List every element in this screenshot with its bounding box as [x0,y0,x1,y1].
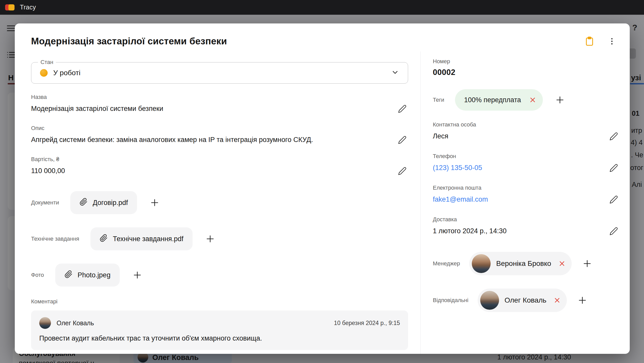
responsible-avatar [480,291,499,310]
number-field: Номер 00002 [433,58,620,77]
remove-manager-icon[interactable] [557,258,567,269]
edit-description-pencil-icon[interactable] [396,134,408,146]
paperclip-icon [79,198,88,208]
deal-detail-modal: Модернізація застарілої системи безпеки … [15,23,630,354]
comments-label: Коментарі [31,298,408,305]
contact-field: Контактна особа Леся [433,121,620,142]
photo-row: Фото Photo.jpeg [31,264,408,287]
contact-value: Леся [433,132,608,141]
comment-text: Провести аудит кабельних трас та уточнит… [39,334,400,342]
add-photo-button[interactable] [131,269,144,281]
add-tech-task-button[interactable] [204,232,217,245]
tag-text: 100% передплата [464,96,521,104]
name-label: Назва [31,94,408,100]
app-name: Tracy [20,4,36,11]
status-value: У роботі [53,69,81,77]
add-tag-button[interactable] [554,94,566,106]
description-value: Апгрейд системи безпеки: заміна аналогов… [31,136,396,144]
email-link[interactable]: fake1@email.com [433,195,523,204]
contact-label: Контактна особа [433,121,620,128]
remove-responsible-icon[interactable] [552,295,562,305]
cost-value: 110 000,00 [31,167,396,175]
name-field: Назва Модернізація застарілої системи бе… [31,94,408,115]
remove-tag-icon[interactable] [528,95,538,105]
manager-row: Менеджер Вероніка Бровко [433,252,620,275]
comment-author-name: Олег Коваль [57,319,94,327]
edit-cost-pencil-icon[interactable] [396,165,408,177]
phone-label: Телефон [433,153,620,160]
photo-file-chip[interactable]: Photo.jpeg [55,264,120,287]
email-field: Електронна пошта fake1@email.com [433,185,620,205]
modal-title: Модернізація застарілої системи безпеки [31,36,583,47]
documents-label: Документи [31,199,59,206]
responsible-name: Олег Коваль [505,296,546,304]
modal-sidebar-column: Номер 00002 Теги 100% передплата Контакт… [421,51,630,354]
phone-field: Телефон (123) 135-50-05 [433,153,620,174]
status-dot-icon [40,69,48,77]
chevron-down-icon [391,68,399,77]
add-responsible-button[interactable] [576,294,589,307]
comment-item: Олег Коваль 10 березня 2024 р., 9:15 Про… [31,310,408,350]
documents-row: Документи Договір.pdf [31,191,408,214]
add-document-button[interactable] [148,196,161,209]
paperclip-icon [100,234,108,244]
number-value: 00002 [433,68,620,77]
responsible-chip[interactable]: Олег Коваль [478,289,567,312]
status-label: Стан [38,59,56,66]
phone-link[interactable]: (123) 135-50-05 [433,164,523,172]
delivery-field: Доставка 1 лютого 2024 р., 14:30 [433,216,620,237]
tags-row: Теги 100% передплата [433,89,620,111]
edit-delivery-pencil-icon[interactable] [608,225,620,237]
kebab-menu-icon[interactable] [605,35,619,48]
photo-file-name: Photo.jpeg [78,271,111,279]
comment-author-avatar [39,317,51,329]
edit-email-pencil-icon[interactable] [608,194,620,205]
edit-phone-pencil-icon[interactable] [608,162,620,174]
modal-header: Модернізація застарілої системи безпеки [15,23,630,48]
tag-chip[interactable]: 100% передплата [455,89,543,111]
description-label: Опис [31,125,408,132]
status-select[interactable]: Стан У роботі [31,62,408,84]
edit-contact-pencil-icon[interactable] [608,131,620,142]
document-file-chip[interactable]: Договір.pdf [70,191,137,214]
manager-label: Менеджер [433,260,460,267]
cost-label: Вартість, ₴ [31,156,408,163]
tech-task-file-name: Технічне завдання.pdf [113,235,183,243]
description-field: Опис Апгрейд системи безпеки: заміна ана… [31,125,408,146]
manager-avatar [472,254,491,273]
email-label: Електронна пошта [433,185,620,191]
tracy-logo-icon [5,4,16,11]
tech-task-row: Технічне завдання Технічне завдання.pdf [31,227,408,250]
add-manager-button[interactable] [581,257,594,270]
photo-label: Фото [31,272,44,278]
responsible-label: Відповідальні [433,297,468,304]
copy-clipboard-button[interactable] [583,35,596,48]
tech-task-label: Технічне завдання [31,236,79,242]
manager-name: Вероніка Бровко [496,260,551,268]
paperclip-icon [64,270,73,280]
number-label: Номер [433,58,620,65]
comment-timestamp: 10 березня 2024 р., 9:15 [334,320,400,327]
name-value: Модернізація застарілої системи безпеки [31,105,396,113]
tech-task-file-chip[interactable]: Технічне завдання.pdf [90,227,193,250]
delivery-value: 1 лютого 2024 р., 14:30 [433,227,608,236]
app-titlebar: Tracy [0,0,644,15]
delivery-label: Доставка [433,216,620,223]
tags-label: Теги [433,97,444,103]
edit-name-pencil-icon[interactable] [396,103,408,115]
modal-main-column: Стан У роботі Назва Модернізація застарі… [15,51,421,354]
responsible-row: Відповідальні Олег Коваль [433,289,620,312]
cost-field: Вартість, ₴ 110 000,00 [31,156,408,177]
document-file-name: Договір.pdf [93,199,128,207]
manager-chip[interactable]: Вероніка Бровко [469,252,572,275]
